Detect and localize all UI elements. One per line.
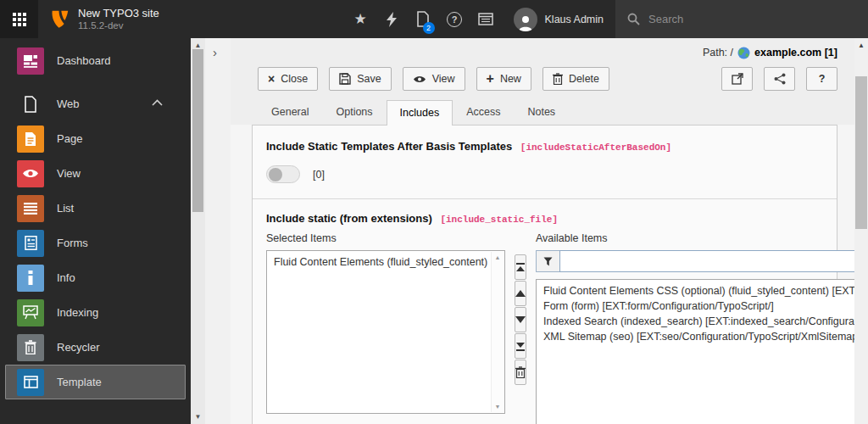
content-scrollbar[interactable]: ▲ <box>854 38 868 424</box>
scroll-up-arrow-icon[interactable]: ▲ <box>191 42 205 49</box>
trash-icon <box>515 366 526 378</box>
available-item[interactable]: XML Sitemap (seo) [EXT:seo/Configuration… <box>543 329 854 344</box>
move-down-button[interactable] <box>515 307 526 332</box>
question-mark-icon: ? <box>819 73 826 85</box>
dashboard-icon <box>17 47 44 75</box>
funnel-icon <box>543 257 553 266</box>
user-name: Klaus Admin <box>545 14 604 25</box>
available-items-listbox[interactable]: Fluid Content Elements CSS (optional) (f… <box>536 279 854 424</box>
new-button[interactable]: + New <box>476 67 531 91</box>
close-button-label: Close <box>281 73 308 85</box>
external-link-icon <box>732 73 743 85</box>
system-information-button[interactable] <box>470 0 502 38</box>
content-scrollbar-thumb[interactable] <box>855 76 867 229</box>
sidebar-item-view[interactable]: View <box>5 156 186 191</box>
module-menu-toggle-button[interactable] <box>0 0 38 38</box>
bookmarks-button[interactable]: ★ <box>345 0 376 38</box>
page-icon <box>17 126 44 153</box>
toggle-value: [0] <box>313 169 325 181</box>
docheader-buttons: × Close Save <box>252 62 837 98</box>
share-button[interactable] <box>764 67 795 91</box>
module-menu: Dashboard Web Page View List <box>0 38 191 424</box>
delete-button[interactable]: Delete <box>542 67 609 91</box>
typo3-logo-icon <box>48 8 70 31</box>
topbar-search <box>615 0 868 38</box>
scroll-up-arrow-icon[interactable]: ▲ <box>854 42 868 49</box>
person-icon <box>516 13 535 31</box>
sidebar-scrollbar[interactable]: ▲ ▼ <box>191 38 205 424</box>
open-documents-button[interactable]: 2 <box>408 0 439 38</box>
sidebar-item-label: Page <box>57 132 82 145</box>
web-icon <box>17 91 44 118</box>
bolt-icon <box>386 12 398 27</box>
selected-items-scrollbar[interactable]: ▲ ▼ <box>491 252 504 412</box>
sidebar-item-list[interactable]: List <box>5 191 186 226</box>
tab-notes[interactable]: Notes <box>514 99 569 125</box>
sidebar-item-indexing[interactable]: Indexing <box>5 295 186 330</box>
selected-items-label: Selected Items <box>266 232 505 244</box>
sidebar-item-recycler[interactable]: Recycler <box>5 330 186 365</box>
modules-grid-icon <box>13 13 26 26</box>
move-to-bottom-button[interactable] <box>515 333 526 359</box>
info-icon <box>17 265 44 292</box>
open-in-new-window-button[interactable] <box>721 67 753 91</box>
close-icon: × <box>268 72 275 86</box>
selected-items-listbox[interactable]: Fluid Content Elements (fluid_styled_con… <box>266 250 505 414</box>
item-move-controls <box>515 254 526 424</box>
search-input[interactable] <box>648 13 818 25</box>
include-static-toggle[interactable] <box>266 165 300 183</box>
tab-general[interactable]: General <box>258 99 322 125</box>
sidebar-item-web[interactable]: Web <box>5 86 186 121</box>
sidebar-scrollbar-thumb[interactable] <box>192 49 203 212</box>
docheader-left-buttons: × Close Save <box>258 67 609 91</box>
site-brand[interactable]: New TYPO3 site 11.5.2-dev <box>38 0 170 38</box>
chevron-up-icon <box>152 99 163 106</box>
field-label: Include Static Templates After Basis Tem… <box>266 140 512 153</box>
sidebar-item-dashboard[interactable]: Dashboard <box>5 43 186 78</box>
docheader: Path: / example.com [1] × Close <box>231 38 854 98</box>
help-menu-button[interactable]: ? <box>439 0 470 38</box>
sidebar-item-forms[interactable]: Forms <box>5 226 186 260</box>
move-to-bottom-icon <box>515 342 526 351</box>
scroll-down-arrow-icon[interactable]: ▼ <box>191 413 205 421</box>
available-items-filter-input[interactable] <box>559 250 854 272</box>
save-button[interactable]: Save <box>329 67 392 91</box>
arrow-down-icon <box>515 316 526 323</box>
close-button[interactable]: × Close <box>258 67 318 91</box>
new-button-label: New <box>500 73 521 85</box>
move-up-button[interactable] <box>515 281 526 306</box>
docheader-help-button[interactable]: ? <box>806 67 837 91</box>
expand-pagetree-button[interactable]: › <box>213 45 217 59</box>
tab-access[interactable]: Access <box>453 99 514 125</box>
sidebar-item-page[interactable]: Page <box>5 121 186 156</box>
available-item[interactable]: Indexed Search (indexed_search) [EXT:ind… <box>543 314 854 329</box>
remove-item-button[interactable] <box>515 360 526 385</box>
view-button-label: View <box>432 73 455 85</box>
sidebar-item-template[interactable]: Template <box>5 365 186 399</box>
move-to-top-button[interactable] <box>515 254 526 280</box>
indexing-icon <box>17 299 44 326</box>
field-code: [include_static_file] <box>440 215 558 225</box>
help-icon: ? <box>447 12 462 27</box>
scroll-up-arrow-icon[interactable]: ▲ <box>492 254 504 260</box>
list-icon <box>17 195 44 222</box>
available-item[interactable]: Fluid Content Elements CSS (optional) (f… <box>543 283 854 298</box>
trash-icon <box>17 334 44 361</box>
available-item[interactable]: Form (form) [EXT:form/Configuration/Typo… <box>543 298 854 314</box>
template-icon <box>17 369 44 396</box>
eye-icon <box>17 160 44 187</box>
sidebar-item-info[interactable]: Info <box>5 260 186 295</box>
eye-icon <box>413 75 426 84</box>
available-items-label: Available Items <box>536 232 854 244</box>
tab-options[interactable]: Options <box>322 99 386 125</box>
module-body: Path: / example.com [1] × Close <box>231 38 854 424</box>
tab-includes[interactable]: Includes <box>387 100 453 126</box>
view-button[interactable]: View <box>403 67 465 91</box>
filter-button[interactable] <box>536 250 559 272</box>
user-menu-button[interactable]: Klaus Admin <box>502 0 615 38</box>
sidebar-item-label: Forms <box>57 237 88 249</box>
scroll-down-arrow-icon[interactable]: ▼ <box>492 404 504 410</box>
selected-item[interactable]: Fluid Content Elements (fluid_styled_con… <box>274 254 487 270</box>
clear-cache-button[interactable] <box>376 0 408 38</box>
available-items-filter <box>536 250 854 272</box>
